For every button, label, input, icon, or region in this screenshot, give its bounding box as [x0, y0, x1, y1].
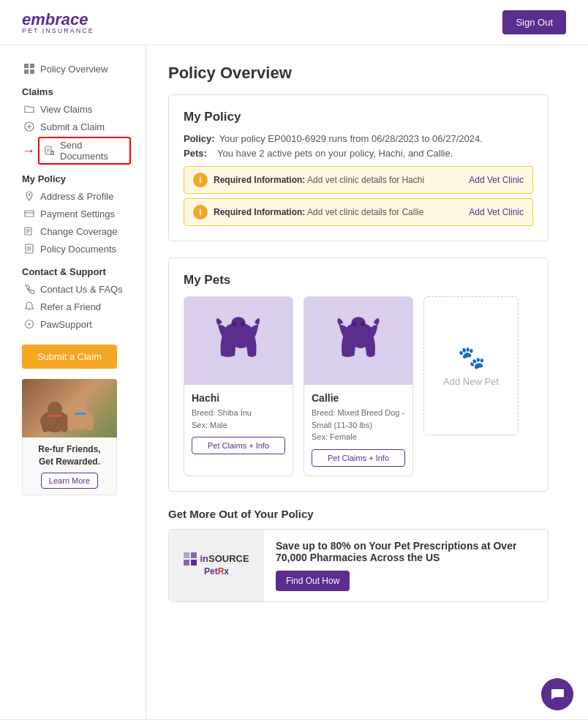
svg-point-34	[67, 419, 75, 431]
circle-plus-icon	[23, 121, 35, 132]
edit-icon	[23, 225, 35, 237]
alert-text-callie: Required Information: Add vet clinic det…	[214, 207, 461, 217]
learn-more-button[interactable]: Learn More	[41, 473, 98, 489]
sidebar-item-payment-settings[interactable]: Payment Settings	[22, 205, 131, 222]
referral-title: Re-fur Friends,Get Rewarded.	[29, 443, 110, 468]
svg-rect-37	[75, 413, 86, 415]
logo-text: embrace	[22, 10, 88, 29]
pets-label: Pets:	[184, 148, 213, 159]
svg-point-39	[233, 322, 236, 326]
sidebar-item-contact-faqs[interactable]: Contact Us & FAQs	[22, 280, 131, 298]
svg-rect-1	[30, 64, 34, 68]
pet-sex-callie: Sex: Female	[312, 431, 405, 443]
sidebar-item-send-documents[interactable]: Send Documents	[38, 137, 131, 165]
sign-out-button[interactable]: Sign Out	[502, 10, 566, 34]
policy-label: Policy:	[184, 133, 215, 144]
policy-value: Your policy EP0010-6929 runs from 06/28/…	[219, 133, 483, 144]
svg-rect-44	[184, 552, 189, 558]
phone-icon	[23, 283, 35, 295]
svg-point-31	[61, 421, 68, 432]
svg-point-33	[74, 401, 87, 414]
sidebar-item-view-claims[interactable]: View Claims	[22, 100, 131, 118]
get-more-section: Get More Out of Your Policy inSOURCE Pet…	[168, 508, 549, 602]
svg-point-14	[29, 194, 31, 196]
submit-claim-sidebar-button[interactable]: Submit a Claim	[22, 345, 117, 369]
referral-image	[22, 379, 117, 437]
svg-point-29	[48, 402, 62, 416]
sidebar-label-contact-faqs: Contact Us & FAQs	[40, 284, 123, 295]
sidebar-label-payment-settings: Payment Settings	[40, 209, 115, 219]
policy-doc-icon	[23, 243, 35, 255]
main-layout: Policy Overview Claims View Claims Submi…	[0, 45, 588, 719]
svg-point-30	[42, 421, 49, 432]
svg-rect-46	[184, 560, 189, 566]
sidebar-item-pawsupport[interactable]: PawSupport	[22, 315, 131, 333]
sidebar-label-refer-friend: Refer a Friend	[40, 301, 101, 312]
alert-text-hachi: Required Information: Add vet clinic det…	[214, 175, 461, 185]
sidebar-label-send-documents: Send Documents	[60, 140, 126, 162]
pet-name-hachi: Hachi	[192, 392, 285, 404]
pet-breed-callie: Breed: Mixed Breed Dog - Small (11-30 lb…	[312, 407, 405, 431]
pet-name-callie: Callie	[312, 392, 405, 404]
sidebar: Policy Overview Claims View Claims Submi…	[0, 45, 146, 719]
pets-value: You have 2 active pets on your policy, H…	[217, 148, 453, 159]
my-pets-card: My Pets	[168, 258, 549, 492]
sidebar-item-refer-friend[interactable]: Refer a Friend	[22, 298, 131, 315]
footer: Copyright © 2023 Embrace Pet Insurance. …	[0, 719, 588, 725]
sidebar-label-policy-documents: Policy Documents	[40, 244, 116, 255]
pet-photo-callie	[304, 297, 412, 385]
svg-point-27	[29, 323, 31, 326]
referral-text: Re-fur Friends,Get Rewarded. Learn More	[22, 437, 117, 495]
svg-rect-47	[191, 560, 197, 566]
bell-icon	[23, 301, 35, 312]
my-policy-title: My Policy	[184, 110, 533, 124]
pet-breed-hachi: Breed: Shiba Inu	[192, 407, 285, 419]
svg-point-43	[361, 322, 364, 326]
sidebar-label-policy-overview: Policy Overview	[40, 64, 108, 75]
svg-rect-0	[24, 64, 29, 68]
alert-hachi: i Required Information: Add vet clinic d…	[184, 166, 533, 194]
header: embrace PET INSURANCE Sign Out	[0, 0, 588, 45]
alert-icon-hachi: i	[193, 173, 208, 187]
page-title: Policy Overview	[168, 64, 549, 83]
red-arrow-icon: →	[22, 143, 35, 159]
pets-grid: Hachi Breed: Shiba Inu Sex: Male Pet Cla…	[184, 296, 533, 476]
pets-row: Pets: You have 2 active pets on your pol…	[184, 148, 533, 159]
pet-sex-hachi: Sex: Male	[192, 419, 285, 432]
svg-rect-2	[24, 70, 29, 74]
add-vet-link-hachi[interactable]: Add Vet Clinic	[469, 175, 524, 185]
referral-box: Re-fur Friends,Get Rewarded. Learn More	[22, 379, 117, 495]
svg-rect-36	[48, 415, 61, 417]
svg-point-42	[353, 322, 356, 326]
svg-point-35	[86, 419, 94, 431]
svg-rect-45	[191, 552, 197, 558]
pet-info-callie: Callie Breed: Mixed Breed Dog - Small (1…	[304, 385, 412, 476]
sidebar-item-policy-documents[interactable]: Policy Documents	[22, 240, 131, 258]
sidebar-label-view-claims: View Claims	[40, 104, 92, 115]
circle-icon	[23, 318, 35, 330]
logo-sub: PET INSURANCE	[22, 27, 94, 34]
pet-info-hachi: Hachi Breed: Shiba Inu Sex: Male Pet Cla…	[184, 385, 293, 463]
folder-icon	[23, 103, 35, 115]
svg-rect-15	[25, 211, 34, 217]
sidebar-item-address-profile[interactable]: Address & Profile	[22, 187, 131, 205]
sidebar-section-my-policy: My Policy	[22, 173, 131, 184]
sidebar-item-policy-overview[interactable]: Policy Overview	[22, 60, 131, 78]
logo: embrace PET INSURANCE	[22, 10, 94, 34]
sidebar-label-submit-claim: Submit a Claim	[40, 121, 105, 132]
get-more-title: Get More Out of Your Policy	[168, 508, 549, 520]
pet-claims-callie-button[interactable]: Pet Claims + Info	[312, 449, 405, 467]
insource-logo: inSOURCE PetRx	[184, 552, 249, 578]
send-doc-icon	[43, 145, 55, 157]
policy-row: Policy: Your policy EP0010-6929 runs fro…	[184, 133, 533, 144]
find-out-button[interactable]: Find Out How	[276, 571, 350, 591]
sidebar-item-change-coverage[interactable]: Change Coverage	[22, 222, 131, 240]
pet-claims-hachi-button[interactable]: Pet Claims + Info	[192, 437, 285, 454]
pet-photo-hachi	[184, 297, 293, 385]
add-vet-link-callie[interactable]: Add Vet Clinic	[469, 207, 524, 217]
paw-icon: 🐾	[458, 345, 485, 370]
add-new-pet-card[interactable]: 🐾 Add New Pet	[423, 296, 519, 435]
sidebar-section-claims: Claims	[22, 86, 131, 97]
sidebar-item-submit-claim[interactable]: Submit a Claim	[22, 118, 131, 135]
chat-button[interactable]	[541, 678, 573, 710]
